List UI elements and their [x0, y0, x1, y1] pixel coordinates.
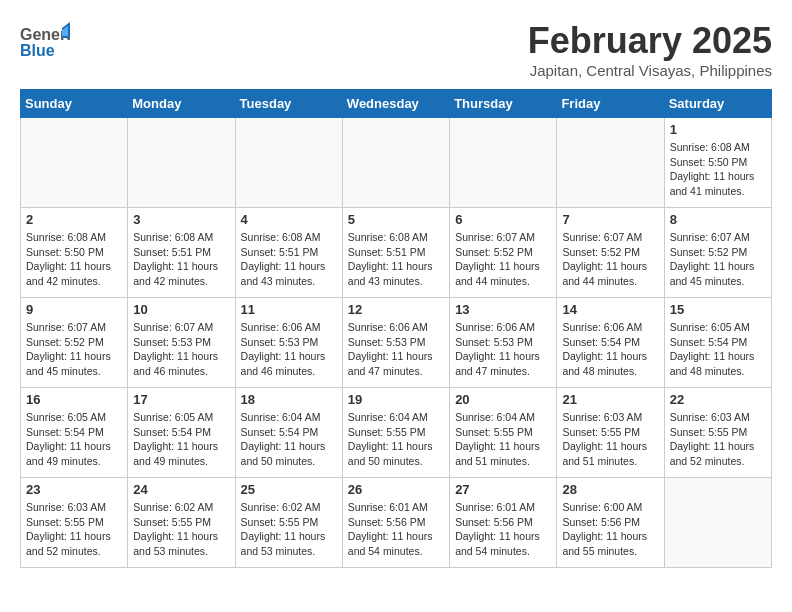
day-of-week-header: Wednesday: [342, 90, 449, 118]
day-number: 7: [562, 212, 658, 227]
day-info: Sunrise: 6:04 AM Sunset: 5:54 PM Dayligh…: [241, 410, 337, 469]
day-of-week-header: Thursday: [450, 90, 557, 118]
day-info: Sunrise: 6:03 AM Sunset: 5:55 PM Dayligh…: [562, 410, 658, 469]
day-info: Sunrise: 6:06 AM Sunset: 5:53 PM Dayligh…: [348, 320, 444, 379]
calendar-day-cell: [557, 118, 664, 208]
day-info: Sunrise: 6:08 AM Sunset: 5:51 PM Dayligh…: [241, 230, 337, 289]
day-number: 15: [670, 302, 766, 317]
month-title: February 2025: [528, 20, 772, 62]
day-info: Sunrise: 6:00 AM Sunset: 5:56 PM Dayligh…: [562, 500, 658, 559]
calendar-day-cell: 16Sunrise: 6:05 AM Sunset: 5:54 PM Dayli…: [21, 388, 128, 478]
day-info: Sunrise: 6:07 AM Sunset: 5:52 PM Dayligh…: [26, 320, 122, 379]
day-number: 9: [26, 302, 122, 317]
day-of-week-header: Tuesday: [235, 90, 342, 118]
day-number: 27: [455, 482, 551, 497]
day-number: 14: [562, 302, 658, 317]
day-info: Sunrise: 6:03 AM Sunset: 5:55 PM Dayligh…: [26, 500, 122, 559]
calendar-day-cell: 19Sunrise: 6:04 AM Sunset: 5:55 PM Dayli…: [342, 388, 449, 478]
day-number: 21: [562, 392, 658, 407]
logo-icon: General Blue: [20, 20, 70, 60]
calendar-day-cell: 14Sunrise: 6:06 AM Sunset: 5:54 PM Dayli…: [557, 298, 664, 388]
calendar-day-cell: [235, 118, 342, 208]
calendar-day-cell: 13Sunrise: 6:06 AM Sunset: 5:53 PM Dayli…: [450, 298, 557, 388]
calendar-day-cell: [128, 118, 235, 208]
calendar-day-cell: 15Sunrise: 6:05 AM Sunset: 5:54 PM Dayli…: [664, 298, 771, 388]
calendar-day-cell: 12Sunrise: 6:06 AM Sunset: 5:53 PM Dayli…: [342, 298, 449, 388]
calendar-day-cell: 5Sunrise: 6:08 AM Sunset: 5:51 PM Daylig…: [342, 208, 449, 298]
calendar-day-cell: [342, 118, 449, 208]
day-info: Sunrise: 6:08 AM Sunset: 5:51 PM Dayligh…: [133, 230, 229, 289]
calendar-day-cell: 24Sunrise: 6:02 AM Sunset: 5:55 PM Dayli…: [128, 478, 235, 568]
calendar-day-cell: 27Sunrise: 6:01 AM Sunset: 5:56 PM Dayli…: [450, 478, 557, 568]
calendar-day-cell: [21, 118, 128, 208]
calendar-week-row: 2Sunrise: 6:08 AM Sunset: 5:50 PM Daylig…: [21, 208, 772, 298]
day-number: 13: [455, 302, 551, 317]
day-number: 5: [348, 212, 444, 227]
day-number: 17: [133, 392, 229, 407]
day-number: 8: [670, 212, 766, 227]
calendar-day-cell: 4Sunrise: 6:08 AM Sunset: 5:51 PM Daylig…: [235, 208, 342, 298]
calendar-day-cell: 22Sunrise: 6:03 AM Sunset: 5:55 PM Dayli…: [664, 388, 771, 478]
day-number: 28: [562, 482, 658, 497]
day-info: Sunrise: 6:06 AM Sunset: 5:53 PM Dayligh…: [241, 320, 337, 379]
calendar-day-cell: 11Sunrise: 6:06 AM Sunset: 5:53 PM Dayli…: [235, 298, 342, 388]
calendar-week-row: 23Sunrise: 6:03 AM Sunset: 5:55 PM Dayli…: [21, 478, 772, 568]
page-header: General Blue February 2025 Japitan, Cent…: [20, 20, 772, 79]
day-info: Sunrise: 6:06 AM Sunset: 5:54 PM Dayligh…: [562, 320, 658, 379]
day-info: Sunrise: 6:08 AM Sunset: 5:50 PM Dayligh…: [670, 140, 766, 199]
day-number: 24: [133, 482, 229, 497]
calendar-week-row: 1Sunrise: 6:08 AM Sunset: 5:50 PM Daylig…: [21, 118, 772, 208]
svg-text:Blue: Blue: [20, 42, 55, 59]
day-info: Sunrise: 6:07 AM Sunset: 5:52 PM Dayligh…: [562, 230, 658, 289]
day-info: Sunrise: 6:04 AM Sunset: 5:55 PM Dayligh…: [348, 410, 444, 469]
calendar-day-cell: 28Sunrise: 6:00 AM Sunset: 5:56 PM Dayli…: [557, 478, 664, 568]
calendar-day-cell: 20Sunrise: 6:04 AM Sunset: 5:55 PM Dayli…: [450, 388, 557, 478]
day-info: Sunrise: 6:02 AM Sunset: 5:55 PM Dayligh…: [133, 500, 229, 559]
calendar-day-cell: 18Sunrise: 6:04 AM Sunset: 5:54 PM Dayli…: [235, 388, 342, 478]
calendar-day-cell: 21Sunrise: 6:03 AM Sunset: 5:55 PM Dayli…: [557, 388, 664, 478]
day-number: 10: [133, 302, 229, 317]
calendar-day-cell: 9Sunrise: 6:07 AM Sunset: 5:52 PM Daylig…: [21, 298, 128, 388]
day-number: 20: [455, 392, 551, 407]
logo: General Blue: [20, 20, 70, 60]
day-info: Sunrise: 6:04 AM Sunset: 5:55 PM Dayligh…: [455, 410, 551, 469]
calendar-week-row: 9Sunrise: 6:07 AM Sunset: 5:52 PM Daylig…: [21, 298, 772, 388]
day-info: Sunrise: 6:05 AM Sunset: 5:54 PM Dayligh…: [670, 320, 766, 379]
day-info: Sunrise: 6:01 AM Sunset: 5:56 PM Dayligh…: [455, 500, 551, 559]
day-info: Sunrise: 6:08 AM Sunset: 5:51 PM Dayligh…: [348, 230, 444, 289]
calendar-day-cell: [450, 118, 557, 208]
calendar-day-cell: [664, 478, 771, 568]
location: Japitan, Central Visayas, Philippines: [528, 62, 772, 79]
day-number: 1: [670, 122, 766, 137]
day-number: 23: [26, 482, 122, 497]
day-number: 3: [133, 212, 229, 227]
day-number: 12: [348, 302, 444, 317]
day-info: Sunrise: 6:07 AM Sunset: 5:52 PM Dayligh…: [670, 230, 766, 289]
day-number: 22: [670, 392, 766, 407]
calendar-week-row: 16Sunrise: 6:05 AM Sunset: 5:54 PM Dayli…: [21, 388, 772, 478]
day-number: 26: [348, 482, 444, 497]
calendar-day-cell: 26Sunrise: 6:01 AM Sunset: 5:56 PM Dayli…: [342, 478, 449, 568]
calendar-day-cell: 8Sunrise: 6:07 AM Sunset: 5:52 PM Daylig…: [664, 208, 771, 298]
calendar-day-cell: 3Sunrise: 6:08 AM Sunset: 5:51 PM Daylig…: [128, 208, 235, 298]
calendar-day-cell: 23Sunrise: 6:03 AM Sunset: 5:55 PM Dayli…: [21, 478, 128, 568]
day-of-week-header: Friday: [557, 90, 664, 118]
calendar-day-cell: 10Sunrise: 6:07 AM Sunset: 5:53 PM Dayli…: [128, 298, 235, 388]
calendar-day-cell: 25Sunrise: 6:02 AM Sunset: 5:55 PM Dayli…: [235, 478, 342, 568]
calendar-day-cell: 7Sunrise: 6:07 AM Sunset: 5:52 PM Daylig…: [557, 208, 664, 298]
day-number: 11: [241, 302, 337, 317]
calendar-day-cell: 17Sunrise: 6:05 AM Sunset: 5:54 PM Dayli…: [128, 388, 235, 478]
title-block: February 2025 Japitan, Central Visayas, …: [528, 20, 772, 79]
day-info: Sunrise: 6:08 AM Sunset: 5:50 PM Dayligh…: [26, 230, 122, 289]
day-of-week-header: Monday: [128, 90, 235, 118]
day-info: Sunrise: 6:07 AM Sunset: 5:52 PM Dayligh…: [455, 230, 551, 289]
day-number: 6: [455, 212, 551, 227]
day-number: 18: [241, 392, 337, 407]
day-of-week-header: Saturday: [664, 90, 771, 118]
day-number: 25: [241, 482, 337, 497]
calendar-day-cell: 2Sunrise: 6:08 AM Sunset: 5:50 PM Daylig…: [21, 208, 128, 298]
calendar-table: SundayMondayTuesdayWednesdayThursdayFrid…: [20, 89, 772, 568]
day-info: Sunrise: 6:05 AM Sunset: 5:54 PM Dayligh…: [26, 410, 122, 469]
calendar-day-cell: 1Sunrise: 6:08 AM Sunset: 5:50 PM Daylig…: [664, 118, 771, 208]
calendar-day-cell: 6Sunrise: 6:07 AM Sunset: 5:52 PM Daylig…: [450, 208, 557, 298]
